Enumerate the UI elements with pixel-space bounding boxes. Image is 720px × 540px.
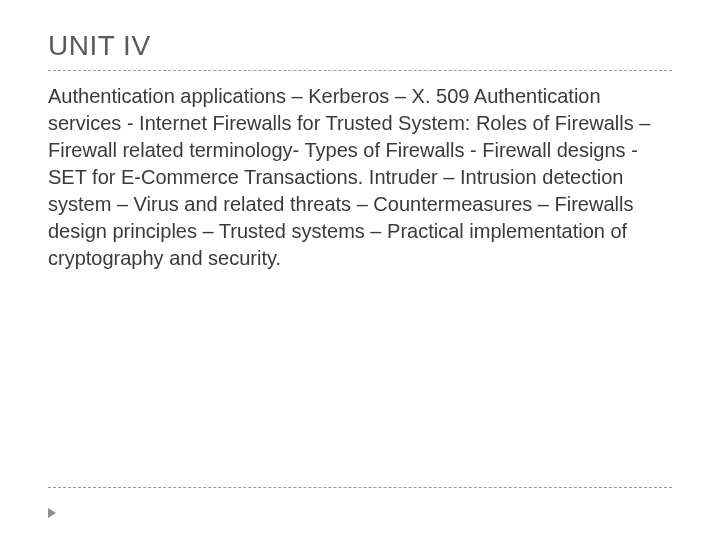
slide: UNIT IV Authentication applications – Ke… (0, 0, 720, 540)
slide-body: Authentication applications – Kerberos –… (48, 83, 668, 272)
footer-divider (48, 487, 672, 488)
slide-title: UNIT IV (48, 30, 672, 62)
bullet-icon (48, 508, 56, 518)
title-divider (48, 70, 672, 71)
